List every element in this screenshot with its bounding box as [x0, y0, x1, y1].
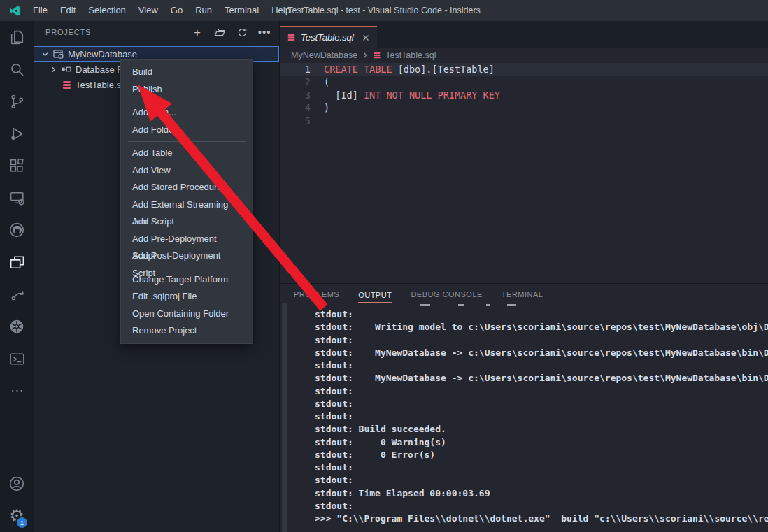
output-panel[interactable]: stdout: stdout: Writing model to c:\User…	[280, 303, 768, 532]
menu-item-add-item[interactable]: Add Item...	[121, 104, 253, 122]
chevron-right-icon	[362, 52, 369, 59]
code-line: 1CREATE TABLE [dbo].[TestTable]	[280, 63, 768, 76]
refresh-icon[interactable]	[236, 26, 248, 38]
clipped-output-line	[280, 303, 768, 308]
output-line: stdout:	[280, 308, 768, 321]
menu-terminal[interactable]: Terminal	[218, 0, 265, 21]
tab-output[interactable]: OUTPUT	[358, 291, 392, 303]
menu-item-add-view[interactable]: Add View	[121, 162, 253, 180]
title-bar: TestTable.sql - test - Visual Studio Cod…	[0, 0, 768, 21]
breadcrumb-project[interactable]: MyNewDatabase	[291, 50, 357, 60]
menu-selection[interactable]: Selection	[82, 0, 131, 21]
clipped-text-fragment	[458, 304, 464, 306]
run-and-debug-icon[interactable]	[0, 117, 34, 150]
panel-gutter	[282, 303, 287, 532]
accounts-icon[interactable]	[0, 468, 34, 500]
activity-bar: ⚙ 1	[0, 21, 34, 532]
tab-terminal[interactable]: TERMINAL	[502, 290, 543, 303]
tab-problems[interactable]: PROBLEMS	[294, 290, 339, 303]
chevron-right-icon[interactable]	[50, 66, 57, 73]
output-line: stdout: 0 Warning(s)	[280, 436, 768, 449]
output-line: stdout:	[280, 410, 768, 423]
menu-item-publish[interactable]: Publish	[121, 81, 253, 99]
line-number: 2	[280, 76, 324, 88]
menu-item-add-stored-procedure[interactable]: Add Stored Procedure	[121, 179, 253, 196]
kubernetes-icon[interactable]	[0, 310, 34, 343]
sql-project-icon	[52, 48, 64, 60]
output-line: stdout:	[280, 359, 768, 372]
line-number: 3	[280, 89, 324, 101]
database-projects-icon[interactable]	[0, 246, 34, 278]
vscode-window: TestTable.sql - test - Visual Studio Cod…	[0, 0, 768, 532]
sidebar-actions: + •••	[191, 26, 271, 38]
menu-item-remove-project[interactable]: Remove Project	[121, 322, 253, 340]
remote-explorer-icon[interactable]	[0, 182, 34, 214]
project-context-menu: Build Publish Add Item... Add Folder Add…	[120, 59, 253, 344]
code-line: 2(	[280, 76, 768, 88]
sidebar-header: PROJECTS + •••	[34, 21, 279, 43]
add-project-icon[interactable]: +	[191, 26, 204, 38]
source-control-icon[interactable]	[0, 85, 34, 117]
menu-item-add-post-deployment-script[interactable]: Add Post-Deployment Script	[121, 247, 253, 265]
menu-item-add-external-streaming-job[interactable]: Add External Streaming Job	[121, 196, 253, 214]
code-line: 4)	[280, 101, 768, 114]
sidebar-title: PROJECTS	[45, 28, 191, 36]
output-line: stdout:	[280, 500, 768, 512]
menu-item-add-script[interactable]: Add Script	[121, 213, 253, 231]
editor-tab-strip: TestTable.sql	[280, 21, 768, 48]
tab-debug-console[interactable]: DEBUG CONSOLE	[411, 290, 482, 303]
line-number: 4	[280, 101, 324, 114]
powershell-icon[interactable]	[0, 343, 34, 375]
menu-item-add-pre-deployment-script[interactable]: Add Pre-Deployment Script	[121, 231, 253, 248]
code-line: 3 [Id] INT NOT NULL PRIMARY KEY	[280, 89, 768, 101]
more-views-icon[interactable]	[0, 375, 34, 407]
output-line: stdout: Time Elapsed 00:00:03.69	[280, 487, 768, 500]
search-icon[interactable]	[0, 53, 34, 85]
line-number: 1	[280, 63, 324, 76]
menu-edit[interactable]: Edit	[54, 0, 82, 21]
menu-separator	[128, 141, 246, 142]
menu-item-add-table[interactable]: Add Table	[121, 145, 253, 162]
output-line: stdout:	[280, 474, 768, 487]
vscode-insiders-logo-icon	[9, 5, 21, 17]
menu-item-change-target-platform[interactable]: Change Target Platform	[121, 271, 253, 289]
tab-testtable-sql[interactable]: TestTable.sql	[280, 26, 377, 48]
menu-item-add-folder[interactable]: Add Folder	[121, 122, 253, 139]
settings-gear-icon[interactable]: ⚙ 1	[0, 500, 34, 532]
menu-view[interactable]: View	[132, 0, 164, 21]
output-lines: stdout: stdout: Writing model to c:\User…	[280, 308, 768, 525]
output-line: stdout: Writing model to c:\Users\scoria…	[280, 321, 768, 333]
menu-help[interactable]: Help	[265, 0, 297, 21]
menu-run[interactable]: Run	[189, 0, 218, 21]
output-line: stdout:	[280, 385, 768, 398]
database-reference-icon	[61, 64, 72, 75]
activity-bar-bottom: ⚙ 1	[0, 468, 34, 532]
code-editor[interactable]: 1CREATE TABLE [dbo].[TestTable] 2( 3 [Id…	[280, 63, 768, 283]
more-actions-icon[interactable]: •••	[258, 26, 271, 38]
clipped-text-fragment	[420, 304, 430, 306]
sql-file-icon	[62, 80, 72, 90]
open-project-icon[interactable]	[213, 26, 226, 38]
clipped-text-fragment	[486, 304, 490, 306]
menu-file[interactable]: File	[27, 0, 54, 21]
panel-tab-bar: PROBLEMS OUTPUT DEBUG CONSOLE TERMINAL	[280, 283, 768, 303]
github-icon[interactable]	[0, 214, 34, 246]
sql-connections-icon[interactable]	[0, 278, 34, 310]
output-line: stdout:	[280, 334, 768, 347]
menu-item-edit-sqlproj-file[interactable]: Edit .sqlproj File	[121, 288, 253, 305]
sql-file-icon	[373, 51, 381, 59]
output-line: >>> "C:\\Program Files\\dotnet\\dotnet.e…	[280, 512, 768, 525]
menu-item-build[interactable]: Build	[121, 64, 253, 81]
clipped-text-fragment	[507, 304, 516, 306]
close-icon[interactable]	[362, 34, 370, 42]
chevron-down-icon[interactable]	[41, 50, 49, 58]
output-line: stdout: Build succeeded.	[280, 423, 768, 436]
extensions-icon[interactable]	[0, 150, 34, 182]
output-line: stdout:	[280, 398, 768, 410]
menu-go[interactable]: Go	[164, 0, 189, 21]
explorer-icon[interactable]	[0, 21, 34, 53]
tree-item-label: MyNewDatabase	[68, 49, 137, 59]
menu-item-open-containing-folder[interactable]: Open Containing Folder	[121, 305, 253, 323]
breadcrumb-file[interactable]: TestTable.sql	[385, 50, 436, 60]
output-line: stdout: 0 Error(s)	[280, 449, 768, 461]
